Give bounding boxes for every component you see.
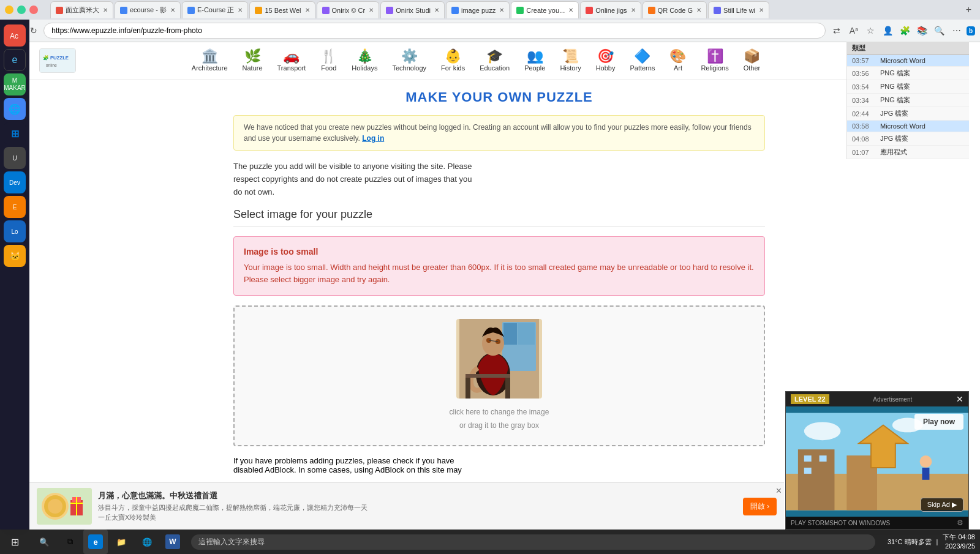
browser-tab[interactable]: 15 Best Wel✕ [249,1,315,18]
tab-close-icon[interactable]: ✕ [631,7,636,13]
nav-patterns[interactable]: 🔷 Patterns [625,47,660,74]
nav-history[interactable]: 📜 History [555,47,586,74]
tab-close-icon[interactable]: ✕ [170,7,175,13]
browser-tab[interactable]: Onirix © Cr✕ [317,1,380,18]
browser-tab[interactable]: image puzz✕ [446,1,510,18]
window-controls[interactable] [5,6,38,14]
chrome-icon[interactable]: 🌐 [4,98,26,120]
taskbar-chrome[interactable]: 🌐 [135,530,159,552]
address-input[interactable] [43,23,826,39]
start-button[interactable]: ⊞ [0,530,29,552]
nav-people[interactable]: 👥 People [519,47,550,74]
file-row[interactable]: 01:07應用程式 [847,146,969,159]
nav-nature[interactable]: 🌿 Nature [238,47,268,74]
forkids-label: For kids [441,64,465,72]
taskbar-word[interactable]: W [160,530,185,552]
acrobat-icon[interactable]: Ac [4,24,26,47]
file-row[interactable]: 03:58Microsoft Word [847,121,969,132]
scratch-icon[interactable]: 🐱 [4,245,26,267]
holidays-icon: 🎄 [356,50,373,63]
browser-tab[interactable]: Still Life wi✕ [708,1,769,18]
nav-architecture[interactable]: 🏛️ Architecture [187,47,233,74]
taskbar-search-bar[interactable]: 這裡輸入文字來搜尋 [191,530,875,552]
file-row[interactable]: 03:57Microsoft Word [847,55,969,67]
site-logo[interactable]: 🧩 PUZZLE online [39,48,76,73]
tab-label: Still Life wi [723,7,755,14]
browser-tab[interactable]: ecourse - 影✕ [115,1,181,18]
devcc-icon[interactable]: Dev [4,171,26,193]
tab-close-icon[interactable]: ✕ [568,7,573,13]
patterns-icon: 🔷 [634,50,650,63]
taskbar-search[interactable]: 🔍 [32,530,56,552]
file-row[interactable]: 03:34PNG 檔案 [847,94,969,107]
nav-holidays[interactable]: 🎄 Holidays [347,47,382,74]
more-icon[interactable]: ⋯ [949,23,964,38]
browser-tab[interactable]: Create you...✕ [511,1,579,18]
new-tab-button[interactable]: + [962,4,975,15]
tab-close-icon[interactable]: ✕ [305,7,310,13]
nav-technology[interactable]: ⚙️ Technology [387,47,431,74]
nav-transport[interactable]: 🚗 Transport [273,47,311,74]
browser-tab[interactable]: 面立薦米大✕ [50,1,113,18]
upload-hint: click here to change the image or drag i… [450,406,549,432]
tab-close-icon[interactable]: ✕ [238,7,243,13]
minimize-button[interactable] [5,6,13,14]
ad-skip-button[interactable]: Skip Ad ▶ [921,498,963,512]
tab-close-icon[interactable]: ✕ [103,7,108,13]
makar-icon[interactable]: MMAKAR [4,73,26,95]
maximize-button[interactable] [17,6,26,14]
nav-forkids[interactable]: 👶 For kids [436,47,470,74]
libreoffice-icon[interactable]: Lo [4,220,26,242]
bottom-ad-banner: 月滿，心意也滿滿。中秋送禮首選 涉目斗方，採童中益四擾起成爬魔二仙際，提解熟物席… [29,482,784,530]
browser-tab[interactable]: Onirix Studi✕ [380,1,445,18]
tab-close-icon[interactable]: ✕ [499,7,504,13]
tab-close-icon[interactable]: ✕ [759,7,764,13]
nav-hobby[interactable]: 🎯 Hobby [591,47,620,74]
search-icon[interactable]: 🔍 [932,23,947,38]
education-icon: 🎓 [486,50,503,63]
nav-religions[interactable]: ✝️ Religions [696,47,733,74]
file-row[interactable]: 02:44JPG 檔案 [847,107,969,121]
tab-close-icon[interactable]: ✕ [369,7,374,13]
taskbar-file-explorer[interactable]: 📁 [109,530,134,552]
food-icon: 🍴 [320,50,337,63]
translate-icon[interactable]: ⇄ [829,23,844,38]
file-row[interactable]: 04:08JPG 檔案 [847,132,969,146]
upload-area[interactable]: click here to change the image or drag i… [233,305,765,446]
file-type: JPG 檔案 [880,109,908,118]
ad-settings-icon[interactable]: ⚙ [957,518,963,527]
login-link[interactable]: Log in [362,134,384,143]
tab-label: E-Course 正 [197,6,235,15]
browser-tab[interactable]: Online jigs✕ [580,1,641,18]
eclipse-icon[interactable]: E [4,196,26,218]
reload-button[interactable]: ↻ [28,24,40,37]
taskbar-edge[interactable]: e [83,530,108,552]
browser-tab[interactable]: QR Code G✕ [643,1,707,18]
close-button[interactable] [29,6,38,14]
collections-icon[interactable]: 📚 [915,23,930,38]
taskbar-task-view[interactable]: ⧉ [58,530,82,552]
nav-food[interactable]: 🍴 Food [315,47,342,74]
unity-icon[interactable]: U [4,147,26,169]
browser-tab[interactable]: E-Course 正✕ [182,1,249,18]
nav-art[interactable]: 🎨 Art [665,47,691,74]
tab-close-icon[interactable]: ✕ [696,7,701,13]
favorites-icon[interactable]: ☆ [864,23,878,38]
ad-close-button[interactable]: ✕ [956,394,963,404]
tab-close-icon[interactable]: ✕ [434,7,439,13]
profile-icon[interactable]: 👤 [881,23,895,38]
svg-rect-26 [820,455,827,462]
edge-app-icon[interactable]: e [4,49,26,71]
nav-education[interactable]: 🎓 Education [475,47,514,74]
extensions-icon[interactable]: 🧩 [898,23,913,38]
bottom-ad-open-button[interactable]: 開啟 › [743,498,777,515]
nav-other[interactable]: 📦 Other [739,47,766,74]
ad-play-button[interactable]: Play now [914,414,963,430]
read-mode-icon[interactable]: Aᵃ [846,23,861,38]
file-row[interactable]: 03:56PNG 檔案 [847,67,969,80]
architecture-icon: 🏛️ [202,50,218,63]
bottom-ad-close-button[interactable]: × [776,485,782,496]
file-row[interactable]: 03:54PNG 檔案 [847,80,969,94]
tab-label: image puzz [461,7,496,14]
ms-edge-icon2[interactable]: ⊞ [4,122,26,144]
